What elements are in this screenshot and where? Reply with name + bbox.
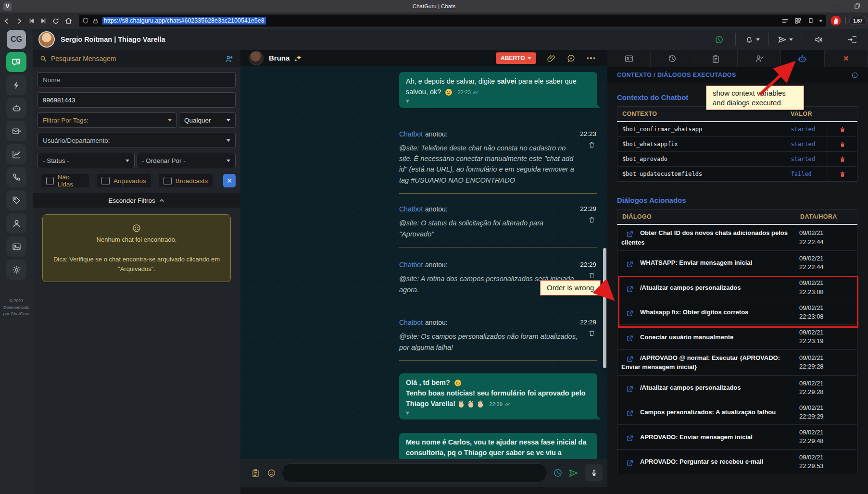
open-dialog-icon[interactable]: [626, 410, 633, 417]
annotation-author-link[interactable]: Chatbot: [399, 130, 423, 138]
blocker-extension-icon[interactable]: [830, 15, 842, 26]
sidebar-item-media[interactable]: [6, 236, 26, 257]
contact-avatar[interactable]: [249, 51, 264, 65]
open-dialog-icon[interactable]: [626, 231, 633, 238]
open-dialog-icon[interactable]: [626, 335, 633, 342]
url-text[interactable]: https://s8.chatguru.app/chats#602335628e…: [102, 17, 266, 25]
broadcasts-checkbox[interactable]: Broadcasts: [159, 174, 213, 187]
dialog-row[interactable]: Campos personalizados: A atualização fal…: [617, 400, 857, 424]
sidebar-item-automations[interactable]: [6, 75, 26, 95]
logout-button[interactable]: [835, 33, 868, 46]
attach-file-button[interactable]: [547, 54, 556, 63]
clear-filters-button[interactable]: ✕: [223, 174, 236, 187]
dialog-row[interactable]: /Atualizar campos personalizados 09/02/2…: [617, 375, 857, 400]
dialog-row[interactable]: /APROVADO @ normal: Executar {APROVADO: …: [617, 349, 857, 375]
send-button[interactable]: [568, 468, 579, 478]
open-dialog-icon[interactable]: [626, 310, 633, 317]
back-button[interactable]: [3, 16, 11, 25]
tab-chatbot-context[interactable]: [781, 50, 824, 67]
chat-scrollbar[interactable]: [603, 248, 606, 368]
sidebar-item-chatbot[interactable]: [6, 98, 26, 118]
minimize-button[interactable]: —: [830, 2, 843, 9]
delete-context-button[interactable]: [828, 122, 857, 137]
quick-replies-button[interactable]: [251, 469, 260, 478]
sidebar-item-chats[interactable]: [6, 52, 26, 72]
user-avatar[interactable]: [38, 31, 55, 48]
dialog-row[interactable]: Conectar usuário manualmente 09/02/2122:…: [617, 325, 857, 349]
dialog-row[interactable]: APROVADO: Enviar mensagem inicial 09/02/…: [617, 425, 857, 449]
dialog-row[interactable]: Whatsapp fix: Obter dígitos corretos 09/…: [617, 300, 857, 324]
tab-assignment[interactable]: [738, 50, 781, 67]
dialog-row[interactable]: WHATSAPP: Enviar mensagem inicial 09/02/…: [617, 251, 857, 275]
message-menu-caret[interactable]: ▼: [405, 409, 410, 417]
open-dialog-icon[interactable]: [626, 385, 633, 393]
dialog-row[interactable]: /Atualizar campos personalizados 09/02/2…: [617, 275, 857, 300]
fast-forward-button[interactable]: [40, 16, 47, 25]
order-by-select[interactable]: - Ordenar Por -: [137, 153, 236, 168]
sidebar-item-settings[interactable]: [6, 259, 26, 280]
annotation-author-link[interactable]: Chatbot: [399, 205, 423, 213]
annotation-author-link[interactable]: Chatbot: [399, 319, 423, 326]
tags-filter-dropdown[interactable]: Filtrar Por Tags:: [38, 112, 177, 128]
message-menu-caret[interactable]: ▼: [405, 97, 410, 105]
contact-name[interactable]: Bruna: [269, 54, 302, 63]
delete-context-button[interactable]: [828, 167, 857, 182]
sound-button[interactable]: [802, 33, 835, 46]
restore-button[interactable]: [851, 2, 863, 9]
zoom-badge[interactable]: 1.67: [849, 17, 866, 25]
delete-annotation-button[interactable]: [588, 141, 595, 148]
tab-notes[interactable]: [694, 50, 738, 67]
send-menu-button[interactable]: [768, 33, 802, 46]
open-dialog-icon[interactable]: [626, 356, 633, 363]
emoji-button[interactable]: [267, 469, 276, 478]
status-select[interactable]: - Status -: [38, 153, 135, 168]
bookmark-icon[interactable]: [807, 17, 814, 24]
home-button[interactable]: [64, 16, 73, 25]
open-dialog-icon[interactable]: [626, 285, 633, 293]
sidebar-item-calls[interactable]: [6, 167, 26, 187]
phone-input[interactable]: [38, 92, 236, 108]
archived-checkbox[interactable]: Arquivados: [97, 174, 151, 187]
chat-more-options-button[interactable]: [587, 57, 595, 59]
chat-status-button[interactable]: ABERTO: [496, 52, 536, 64]
outgoing-message[interactable]: Ah, e depois de salvar, digite salvei pa…: [399, 72, 597, 108]
info-icon[interactable]: [851, 72, 858, 79]
tracker-shield-icon[interactable]: [82, 17, 89, 24]
new-note-button[interactable]: [566, 54, 576, 63]
rewind-button[interactable]: [28, 16, 35, 25]
delete-annotation-button[interactable]: [588, 216, 595, 223]
delete-annotation-button[interactable]: [588, 272, 595, 279]
annotation-author-link[interactable]: Chatbot: [399, 261, 423, 269]
outgoing-message[interactable]: Olá , td bem? Tenho boas notícias! seu f…: [399, 373, 597, 420]
reload-button[interactable]: [52, 16, 60, 25]
chatguru-logo[interactable]: CG: [7, 30, 26, 49]
name-input[interactable]: [38, 72, 236, 87]
message-input[interactable]: [282, 463, 547, 482]
open-dialog-icon[interactable]: [626, 261, 633, 268]
notifications-button[interactable]: [735, 33, 768, 46]
urlbar-dropdown-caret[interactable]: [819, 20, 823, 22]
reader-mode-icon[interactable]: [781, 17, 789, 25]
open-dialog-icon[interactable]: [626, 435, 633, 442]
whatsapp-status-button[interactable]: [703, 33, 735, 46]
schedule-message-button[interactable]: [553, 468, 563, 478]
forward-button[interactable]: [15, 16, 23, 25]
dialog-row[interactable]: APROVADO: Perguntar se recebeu e-mail 09…: [617, 449, 857, 474]
user-department-select[interactable]: Usuário/Departamento:: [38, 133, 236, 148]
sidebar-item-campaigns[interactable]: [6, 121, 26, 141]
url-bar[interactable]: https://s8.chatguru.app/chats#602335628e…: [79, 14, 826, 27]
tags-mode-select[interactable]: Qualquer: [179, 112, 236, 128]
unread-checkbox[interactable]: Não Lidas: [41, 174, 89, 187]
delete-context-button[interactable]: [828, 137, 857, 152]
sidebar-item-contacts[interactable]: [6, 213, 26, 234]
open-dialog-icon[interactable]: [626, 459, 633, 467]
hide-filters-button[interactable]: Esconder Filtros: [33, 193, 240, 208]
tab-history[interactable]: [651, 50, 694, 67]
delete-context-button[interactable]: [828, 152, 857, 167]
delete-annotation-button[interactable]: [588, 329, 595, 337]
sidebar-item-tags[interactable]: [6, 190, 26, 210]
dialog-row[interactable]: Obter Chat ID dos novos chats adicionado…: [617, 224, 857, 251]
sidebar-item-reports[interactable]: [6, 144, 26, 164]
qr-code-icon[interactable]: [794, 17, 802, 25]
close-panel-button[interactable]: ✕: [825, 50, 868, 67]
